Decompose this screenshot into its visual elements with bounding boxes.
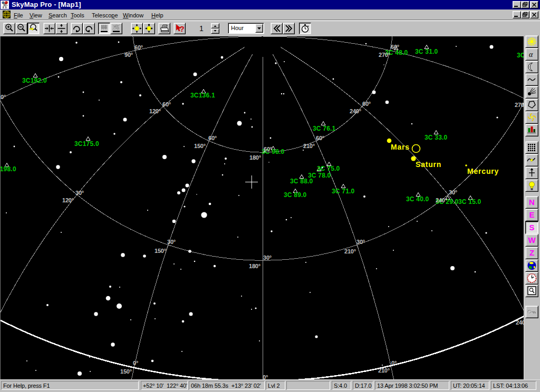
svg-text:0°: 0° xyxy=(1,94,6,100)
svg-text:210°: 210° xyxy=(378,367,390,374)
svg-text:210°: 210° xyxy=(303,143,315,149)
svg-text:0°: 0° xyxy=(263,374,268,379)
svg-text:60°: 60° xyxy=(316,135,324,141)
svg-text:150°: 150° xyxy=(120,368,132,375)
svg-text:Saturn: Saturn xyxy=(416,160,441,169)
svg-text:3C 66.0: 3C 66.0 xyxy=(517,52,524,59)
svg-text:90°: 90° xyxy=(124,52,133,58)
svg-text:120°: 120° xyxy=(149,108,161,114)
svg-text:240°: 240° xyxy=(516,319,524,326)
svg-text:60°: 60° xyxy=(362,101,371,107)
svg-text:30°: 30° xyxy=(449,189,457,195)
svg-text:3C136.1: 3C136.1 xyxy=(190,92,215,99)
svg-text:270°: 270° xyxy=(515,102,524,108)
svg-text:270°: 270° xyxy=(379,52,390,58)
svg-text:S: S xyxy=(529,223,534,232)
svg-text:180°: 180° xyxy=(249,154,261,161)
svg-text:3C 31.0: 3C 31.0 xyxy=(415,48,438,55)
svg-text:60°: 60° xyxy=(264,146,272,152)
svg-text:3C 15.0: 3C 15.0 xyxy=(458,198,481,205)
svg-text:3C192.0: 3C192.0 xyxy=(22,77,47,84)
svg-text:W: W xyxy=(528,236,536,244)
svg-text:30°: 30° xyxy=(167,239,176,245)
svg-text:3C 75.0: 3C 75.0 xyxy=(317,165,340,172)
svg-text:3C198.0: 3C198.0 xyxy=(0,165,16,173)
svg-text:30°: 30° xyxy=(356,239,365,245)
svg-text:240°: 240° xyxy=(350,108,361,114)
svg-text:3C 88.0: 3C 88.0 xyxy=(290,178,313,185)
svg-text:3C 89.0: 3C 89.0 xyxy=(284,191,307,199)
svg-text:30°: 30° xyxy=(75,190,84,196)
svg-text:210°: 210° xyxy=(344,248,356,254)
svg-text:60°: 60° xyxy=(391,44,399,50)
svg-text:0°: 0° xyxy=(133,360,138,366)
svg-text:150°: 150° xyxy=(194,143,206,149)
svg-text:30°: 30° xyxy=(263,254,272,261)
svg-text:0°: 0° xyxy=(391,360,397,366)
svg-text:Mercury: Mercury xyxy=(467,167,499,175)
svg-text:180°: 180° xyxy=(249,263,261,269)
svg-text:3C 40.0: 3C 40.0 xyxy=(406,195,429,203)
svg-text:E: E xyxy=(529,210,534,219)
svg-text:Z: Z xyxy=(529,248,534,257)
svg-text:60°: 60° xyxy=(208,135,217,141)
svg-text:60°: 60° xyxy=(162,101,171,107)
svg-text:120°: 120° xyxy=(62,197,74,203)
svg-text:N: N xyxy=(529,198,535,207)
svg-text:3C 33.0: 3C 33.0 xyxy=(425,134,448,141)
svg-text:60°: 60° xyxy=(134,44,143,51)
svg-text:Mars: Mars xyxy=(391,143,410,151)
svg-text:3C 76.1: 3C 76.1 xyxy=(313,125,336,132)
svg-text:240°: 240° xyxy=(436,197,447,203)
svg-text:150°: 150° xyxy=(155,248,166,254)
svg-text:?: ? xyxy=(180,24,185,33)
svg-text:α: α xyxy=(529,51,533,58)
svg-text:3C175.0: 3C175.0 xyxy=(74,140,99,148)
svg-text:3C 71.0: 3C 71.0 xyxy=(332,188,355,195)
